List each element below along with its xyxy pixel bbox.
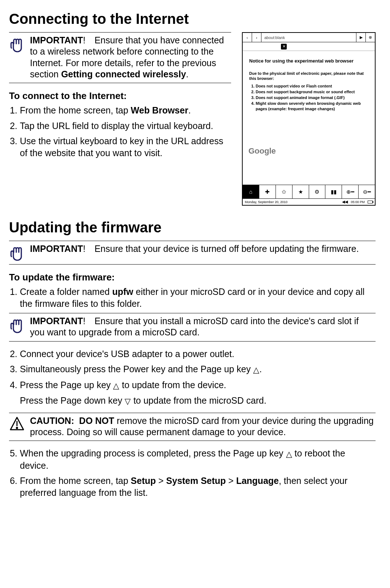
status-time: 05:00 PM — [351, 200, 365, 204]
hand-icon — [9, 316, 25, 338]
important-label: IMPORTANT — [30, 316, 83, 326]
step-post: to update from the microSD card. — [131, 395, 266, 405]
warning-icon — [9, 415, 25, 438]
connect-left: IMPORTANT! Ensure that you have connecte… — [9, 32, 231, 206]
connect-row: IMPORTANT! Ensure that you have connecte… — [9, 32, 376, 206]
step-text: Press the Page down key — [20, 395, 125, 405]
step-text: When the upgrading process is completed,… — [20, 448, 286, 458]
connect-subhead: To connect to the Internet: — [9, 90, 231, 102]
play-button[interactable]: ▶ — [356, 33, 365, 42]
step-text: Press the Page up key — [20, 380, 113, 390]
back-button[interactable]: ‹ — [243, 33, 252, 42]
heading-firmware: Updating the firmware — [9, 219, 376, 236]
star-outline-icon[interactable]: ✩ — [276, 185, 292, 198]
firmware-steps-c: When the upgrading process is completed,… — [9, 447, 376, 498]
gear-icon[interactable]: ⚙ — [309, 185, 326, 198]
important-label: IMPORTANT — [30, 244, 83, 254]
close-icon[interactable]: ⊗ — [365, 33, 375, 42]
step-bold: Language — [236, 476, 279, 486]
step-bold: System Setup — [166, 476, 226, 486]
status-bar: Monday, September 20, 2010 ◀◀ 05:00 PM — [243, 198, 375, 205]
important-label: IMPORTANT — [30, 35, 83, 45]
step-bold: Setup — [131, 476, 156, 486]
notice-title: Notice for using the experimental web br… — [249, 58, 368, 64]
important-period: . — [186, 69, 188, 79]
firmware-steps-a: Create a folder named upfw either in you… — [9, 286, 376, 309]
notice-preline: Due to the physical limit of electronic … — [249, 71, 368, 81]
step-post: . — [259, 364, 262, 374]
speaker-icon: ◀◀ — [342, 199, 348, 204]
notice-item: Might slow down severely when browsing d… — [256, 101, 368, 111]
tab-label — [244, 45, 245, 48]
step-text: Create a folder named — [20, 287, 112, 297]
firmware-subhead: To update the firmware: — [9, 272, 376, 283]
firmware-steps-b: Connect your device's USB adapter to a p… — [9, 348, 376, 391]
notice-item: Does not support video or Flash content — [256, 83, 368, 89]
step-bold: Web Browser — [131, 105, 188, 115]
triangle-up-icon: △ — [113, 381, 119, 391]
star-icon[interactable]: ★ — [292, 185, 309, 198]
step-text: Simultaneously press the Power key and t… — [20, 364, 253, 374]
home-icon[interactable]: ⌂ — [243, 185, 259, 198]
toolbar-icons: ⌂ ✚ ✩ ★ ⚙ ▮▮ ⊕━ ⊖━ — [243, 185, 375, 198]
connect-important-note: IMPORTANT! Ensure that you have connecte… — [9, 32, 231, 83]
firmware-important-1: IMPORTANT! Ensure that your device is tu… — [9, 241, 376, 265]
add-icon[interactable]: ✚ — [259, 185, 276, 198]
browser-bottom: ⌂ ✚ ✩ ★ ⚙ ▮▮ ⊕━ ⊖━ Monday, September 20,… — [243, 185, 375, 205]
browser-topbar: ‹ › about:blank ▶ ⊗ — [243, 33, 375, 42]
firmware-caution: CAUTION: DO NOT remove the microSD card … — [9, 413, 376, 441]
connect-step-3: Use the virtual keyboard to key in the U… — [20, 135, 231, 159]
step-text: Use the virtual keyboard to key in the U… — [20, 136, 223, 158]
folder-icon[interactable]: ▮▮ — [325, 185, 342, 198]
step-bold: upfw — [112, 287, 133, 297]
svg-point-1 — [16, 427, 17, 428]
step-sep: > — [226, 476, 236, 486]
zoom-out-icon[interactable]: ⊖━ — [359, 185, 375, 198]
firmware-step-5: When the upgrading process is completed,… — [20, 447, 376, 471]
notice-item: Does not support background music or sou… — [256, 89, 368, 94]
connect-important-text: IMPORTANT! Ensure that you have connecte… — [30, 35, 231, 80]
firmware-step-2: Connect your device's USB adapter to a p… — [20, 348, 376, 360]
important-ref: Getting connected wirelessly — [61, 69, 186, 79]
hand-icon — [9, 243, 25, 261]
tab-close-icon[interactable]: ✕ — [281, 44, 287, 50]
firmware-caution-text: CAUTION: DO NOT remove the microSD card … — [30, 415, 376, 438]
important-body: ! Ensure that your device is turned off … — [83, 244, 359, 254]
triangle-up-icon: △ — [253, 365, 259, 375]
connect-step-1: From the home screen, tap Web Browser. — [20, 104, 231, 116]
browser-tabbar: ✕ — [243, 42, 375, 51]
connect-steps: From the home screen, tap Web Browser. T… — [9, 104, 231, 159]
firmware-important-2-text: IMPORTANT! Ensure that you install a mic… — [30, 316, 376, 338]
browser-screenshot: ‹ › about:blank ▶ ⊗ ✕ Notice for using t… — [242, 32, 376, 206]
firmware-step-1: Create a folder named upfw either in you… — [20, 286, 376, 309]
battery-icon — [368, 201, 373, 203]
firmware-step-6: From the home screen, tap Setup > System… — [20, 475, 376, 498]
zoom-in-icon[interactable]: ⊕━ — [342, 185, 359, 198]
notice-item: Does not support animated image format (… — [256, 95, 368, 100]
hand-icon — [9, 35, 25, 80]
status-date: Monday, September 20, 2010 — [245, 200, 287, 204]
heading-connecting: Connecting to the Internet — [9, 11, 376, 27]
firmware-step-4b: Press the Page down key ▽ to update from… — [20, 395, 376, 407]
forward-button[interactable]: › — [252, 33, 261, 42]
step-text: From the home screen, tap — [20, 105, 131, 115]
step-text: From the home screen, tap — [20, 476, 131, 486]
firmware-step-4: Press the Page up key △ to update from t… — [20, 379, 376, 391]
step-post: . — [188, 105, 191, 115]
triangle-down-icon: ▽ — [125, 396, 131, 407]
step-post: to update from the device. — [119, 380, 226, 390]
connect-step-2: Tap the URL field to display the virtual… — [20, 120, 231, 132]
step-text: Tap the URL field to display the virtual… — [20, 121, 213, 131]
notice-list: Does not support video or Flash content … — [249, 83, 368, 111]
firmware-important-1-text: IMPORTANT! Ensure that your device is tu… — [30, 243, 376, 261]
browser-body: Notice for using the experimental web br… — [243, 51, 375, 119]
firmware-important-2: IMPORTANT! Ensure that you install a mic… — [9, 313, 376, 342]
google-logo: Google — [248, 146, 276, 156]
caution-label: CAUTION: DO NOT — [30, 416, 114, 426]
firmware-step-3: Simultaneously press the Power key and t… — [20, 363, 376, 375]
triangle-up-icon: △ — [286, 449, 292, 460]
step-sep: > — [156, 476, 166, 486]
url-field[interactable]: about:blank — [261, 35, 356, 40]
